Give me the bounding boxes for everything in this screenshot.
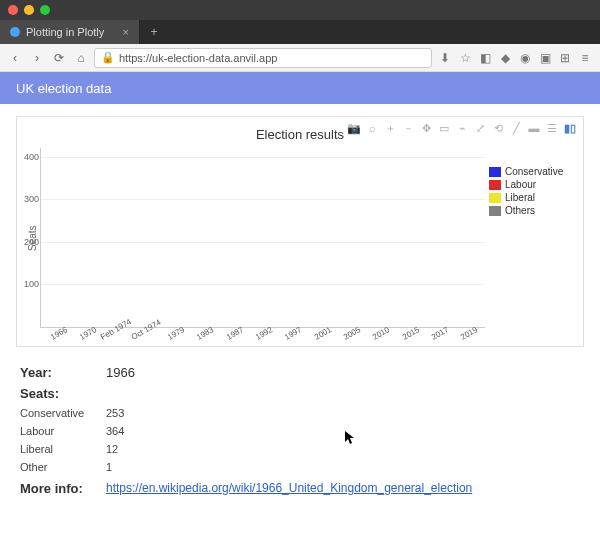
x-tick: 1997 [283,325,303,342]
seat-row: Conservative253 [20,407,580,419]
legend-swatch [489,167,501,177]
seat-party-value: 12 [106,443,118,455]
year-value: 1966 [106,365,135,380]
chart-plot-area[interactable]: 10020030040019661970Feb 1974Oct 19741979… [40,148,485,328]
address-bar[interactable]: 🔒 https://uk-election-data.anvil.app [94,48,432,68]
bookmark-icon[interactable]: ☆ [456,49,474,67]
x-tick: 1992 [254,325,274,342]
new-tab-button[interactable]: + [140,20,168,44]
legend-label: Others [505,205,535,216]
home-button[interactable]: ⌂ [72,49,90,67]
back-button[interactable]: ‹ [6,49,24,67]
x-tick: 2010 [371,325,391,342]
extension-icon-2[interactable]: ◆ [496,49,514,67]
x-tick: 2005 [342,325,362,342]
chart-legend: ConservativeLabourLiberalOthers [489,148,575,328]
x-tick: 1979 [166,325,186,342]
modebar-zoom-in-icon[interactable]: ＋ [383,121,397,135]
seats-label: Seats: [20,386,106,401]
browser-tab-active[interactable]: Plotting in Plotly × [0,20,140,44]
modebar-select-icon[interactable]: ▭ [437,121,451,135]
window-titlebar [0,0,600,20]
x-tick: 1987 [225,325,245,342]
seat-party-value: 253 [106,407,124,419]
tab-title: Plotting in Plotly [26,26,104,38]
modebar-zoom-icon[interactable]: ⌕ [365,121,379,135]
tab-close-icon[interactable]: × [123,26,129,38]
seat-party-value: 1 [106,461,112,473]
modebar-lasso-icon[interactable]: ⌁ [455,121,469,135]
legend-item[interactable]: Others [489,205,575,216]
lock-icon: 🔒 [101,51,115,64]
x-tick: 2001 [313,325,333,342]
x-tick: 1983 [195,325,215,342]
seat-party-value: 364 [106,425,124,437]
seat-party-label: Conservative [20,407,106,419]
legend-swatch [489,180,501,190]
x-tick: 2019 [459,325,479,342]
seat-party-label: Labour [20,425,106,437]
legend-label: Labour [505,179,536,190]
legend-item[interactable]: Conservative [489,166,575,177]
legend-item[interactable]: Labour [489,179,575,190]
legend-label: Liberal [505,192,535,203]
forward-button[interactable]: › [28,49,46,67]
browser-toolbar: ‹ › ⟳ ⌂ 🔒 https://uk-election-data.anvil… [0,44,600,72]
modebar-reset-icon[interactable]: ⟲ [491,121,505,135]
extension-icon-3[interactable]: ◉ [516,49,534,67]
tab-favicon [10,27,20,37]
reload-button[interactable]: ⟳ [50,49,68,67]
minimize-window-button[interactable] [24,5,34,15]
menu-icon[interactable]: ≡ [576,49,594,67]
more-info-link[interactable]: https://en.wikipedia.org/wiki/1966_Unite… [106,481,472,496]
seat-row: Labour364 [20,425,580,437]
year-label: Year: [20,365,106,380]
y-tick: 200 [13,237,39,247]
x-tick: 1966 [49,325,69,342]
modebar-zoom-out-icon[interactable]: － [401,121,415,135]
x-tick: Oct 1974 [129,318,162,342]
app-header: UK election data [0,72,600,104]
y-tick: 400 [13,152,39,162]
url-text: https://uk-election-data.anvil.app [119,52,277,64]
close-window-button[interactable] [8,5,18,15]
modebar-autoscale-icon[interactable]: ⤢ [473,121,487,135]
fullscreen-window-button[interactable] [40,5,50,15]
app-title: UK election data [16,81,111,96]
seat-party-label: Other [20,461,106,473]
x-tick: 1970 [78,325,98,342]
seat-party-label: Liberal [20,443,106,455]
modebar-camera-icon[interactable]: 📷 [347,121,361,135]
more-info-label: More info: [20,481,106,496]
browser-tabstrip: Plotting in Plotly × + [0,20,600,44]
x-tick: Feb 1974 [99,317,133,342]
x-tick: 2017 [430,325,450,342]
download-icon[interactable]: ⬇ [436,49,454,67]
extension-icon-4[interactable]: ▣ [536,49,554,67]
extension-icon-1[interactable]: ◧ [476,49,494,67]
details-panel: Year: 1966 Seats: Conservative253Labour3… [16,357,584,504]
extension-icon-5[interactable]: ⊞ [556,49,574,67]
modebar-hover-closest-icon[interactable]: ▬ [527,121,541,135]
legend-swatch [489,206,501,216]
legend-item[interactable]: Liberal [489,192,575,203]
legend-swatch [489,193,501,203]
y-tick: 300 [13,194,39,204]
legend-label: Conservative [505,166,563,177]
seat-row: Other1 [20,461,580,473]
modebar-spike-icon[interactable]: ╱ [509,121,523,135]
seat-row: Liberal12 [20,443,580,455]
modebar-pan-icon[interactable]: ✥ [419,121,433,135]
chart-card: 📷 ⌕ ＋ － ✥ ▭ ⌁ ⤢ ⟲ ╱ ▬ ☰ ▮▯ Election resu… [16,116,584,347]
plotly-logo-icon[interactable]: ▮▯ [563,121,577,135]
x-tick: 2015 [401,325,421,342]
modebar-hover-compare-icon[interactable]: ☰ [545,121,559,135]
plotly-modebar: 📷 ⌕ ＋ － ✥ ▭ ⌁ ⤢ ⟲ ╱ ▬ ☰ ▮▯ [347,121,577,135]
y-tick: 100 [13,279,39,289]
content-area: 📷 ⌕ ＋ － ✥ ▭ ⌁ ⤢ ⟲ ╱ ▬ ☰ ▮▯ Election resu… [0,104,600,512]
